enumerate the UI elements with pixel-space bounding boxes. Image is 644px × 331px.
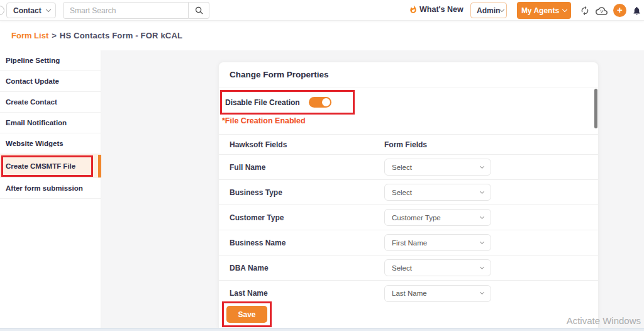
bottom-edge-strip — [0, 328, 644, 331]
hawksoft-field-label: Business Name — [219, 238, 384, 247]
top-bar: Contact What's New Admin My Agents — [0, 0, 644, 21]
search-icon — [194, 6, 204, 15]
field-mapping-row: Business NameFirst Name — [219, 230, 598, 255]
sidebar-item-create-cmsmtf-file[interactable]: Create CMSMTF File — [0, 154, 101, 178]
sidebar-item-label: Website Widgets — [6, 140, 64, 147]
sidebar-item-label: Email Notification — [6, 119, 67, 126]
chevron-down-icon — [46, 7, 51, 12]
form-field-select-business-type[interactable]: Select — [384, 184, 491, 201]
main-area: Change Form Properties Disable File Crea… — [101, 50, 644, 328]
disable-file-creation-label: Disable File Creation — [225, 98, 300, 107]
chevron-down-icon — [480, 239, 484, 244]
admin-select[interactable]: Admin — [470, 3, 507, 18]
sidebar-item-label: After form submission — [6, 184, 83, 192]
field-mapping-row: Customer TypeCustomer Type — [219, 205, 598, 230]
whats-new-link[interactable]: What's New — [409, 4, 464, 14]
toggle-knob — [322, 98, 330, 106]
hawksoft-field-label: Last Name — [219, 289, 384, 298]
column-header-form-fields: Form Fields — [384, 140, 427, 149]
bell-icon — [632, 6, 641, 16]
my-agents-button[interactable]: My Agents — [517, 2, 571, 19]
scrollbar-thumb[interactable] — [594, 89, 597, 128]
disable-file-creation-toggle[interactable] — [309, 97, 331, 108]
sidebar-item-email-notification[interactable]: Email Notification — [0, 113, 101, 133]
flame-icon — [409, 4, 418, 14]
sidebar-item-website-widgets[interactable]: Website Widgets — [0, 133, 101, 154]
select-value: Select — [392, 264, 412, 272]
sidebar-item-contact-update[interactable]: Contact Update — [0, 71, 101, 92]
sidebar: Pipeline SettingContact UpdateCreate Con… — [0, 50, 101, 328]
search-group — [63, 2, 209, 19]
chevron-down-icon — [562, 7, 567, 12]
file-creation-status-text: *File Creation Enabled — [222, 116, 598, 127]
sidebar-item-label: Contact Update — [6, 77, 59, 85]
card-title: Change Form Properties — [230, 70, 329, 79]
form-field-select-business-name[interactable]: First Name — [384, 234, 491, 251]
cloud-sync-icon — [596, 5, 608, 17]
hawksoft-field-label: Business Type — [219, 188, 384, 197]
activate-windows-watermark: Activate Windows — [567, 315, 641, 326]
refresh-icon — [580, 6, 590, 16]
select-value: First Name — [392, 239, 427, 247]
sidebar-item-after-form-submission[interactable]: After form submission — [0, 178, 101, 199]
select-value: Select — [392, 164, 412, 171]
breadcrumb-current: HS Contacts Form - FOR kCAL — [60, 31, 182, 40]
add-button[interactable]: + — [613, 4, 626, 17]
select-value: Customer Type — [392, 214, 441, 222]
card-header: Change Form Properties — [219, 62, 598, 87]
sidebar-item-create-contact[interactable]: Create Contact — [0, 92, 101, 113]
hawksoft-field-label: DBA Name — [219, 264, 384, 272]
sidebar-item-label: Create Contact — [6, 98, 57, 106]
field-mapping-row: Full NameSelect — [219, 155, 598, 180]
breadcrumb-link-form-list[interactable]: Form List — [11, 31, 48, 40]
field-mapping-row: Business TypeSelect — [219, 180, 598, 205]
annotation-box-toggle: Disable File Creation — [220, 90, 355, 115]
plus-icon: + — [617, 5, 623, 14]
refresh-button[interactable] — [579, 4, 591, 17]
form-field-select-customer-type[interactable]: Customer Type — [384, 209, 491, 226]
content-area: Pipeline SettingContact UpdateCreate Con… — [0, 50, 644, 328]
column-header-hawksoft-fields: Hawksoft Fields — [219, 140, 384, 149]
select-value: Last Name — [392, 289, 427, 297]
my-agents-label: My Agents — [521, 6, 559, 15]
cloud-sync-button[interactable] — [595, 4, 608, 17]
search-input[interactable] — [63, 2, 189, 19]
context-select-value: Contact — [13, 6, 42, 15]
chevron-down-icon — [480, 189, 484, 193]
admin-select-value: Admin — [477, 6, 500, 15]
annotation-box-save: Save — [222, 301, 272, 327]
field-mapping-row: Last NameLast Name — [219, 281, 598, 306]
field-mapping-row: DBA NameSelect — [219, 255, 598, 281]
breadcrumb: Form List > HS Contacts Form - FOR kCAL — [0, 21, 644, 50]
search-button[interactable] — [189, 2, 209, 19]
table-header-row: Hawksoft Fields Form Fields — [219, 134, 598, 155]
chevron-down-icon — [499, 7, 504, 12]
sidebar-item-pipeline-setting[interactable]: Pipeline Setting — [0, 50, 101, 71]
form-field-select-full-name[interactable]: Select — [384, 159, 491, 176]
select-value: Select — [392, 189, 412, 196]
chevron-down-icon — [480, 164, 484, 168]
whats-new-label: What's New — [419, 5, 464, 14]
hawksoft-field-label: Customer Type — [219, 213, 384, 222]
chevron-down-icon — [480, 214, 484, 218]
save-button[interactable]: Save — [226, 306, 267, 323]
sidebar-item-label: Create CMSMTF File — [6, 162, 75, 170]
sidebar-item-label: Pipeline Setting — [6, 57, 60, 64]
partial-icon — [0, 6, 4, 15]
chevron-down-icon — [480, 290, 484, 295]
form-properties-card: Change Form Properties Disable File Crea… — [218, 62, 599, 328]
breadcrumb-separator: > — [52, 31, 57, 40]
form-field-select-last-name[interactable]: Last Name — [384, 285, 491, 302]
chevron-down-icon — [480, 264, 484, 269]
context-select[interactable]: Contact — [6, 3, 56, 18]
notifications-button[interactable] — [630, 4, 643, 17]
form-field-select-dba-name[interactable]: Select — [384, 259, 491, 276]
hawksoft-field-label: Full Name — [219, 163, 384, 172]
